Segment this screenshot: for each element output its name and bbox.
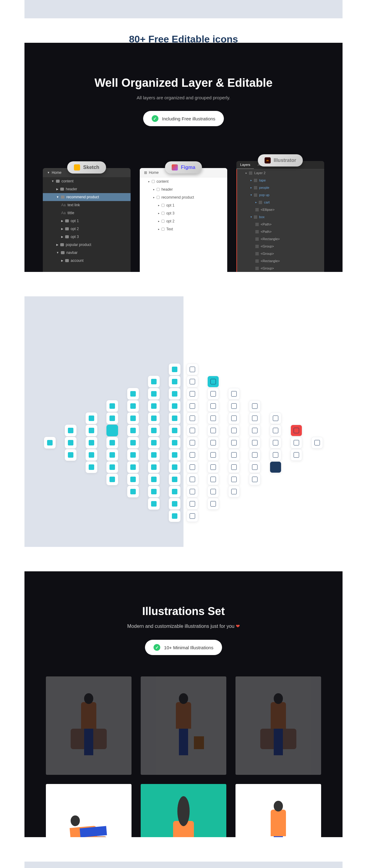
cyan-icon xyxy=(130,476,136,482)
all-screens-section: All Screens We made more than 50 screen … xyxy=(25,862,342,868)
outline-icon xyxy=(190,379,195,384)
tree-item[interactable]: ▸cart xyxy=(236,198,324,206)
outline-icon xyxy=(190,415,195,421)
icon-tile xyxy=(187,449,198,461)
tree-item[interactable]: <Ellipse> xyxy=(236,206,324,213)
icon-tile xyxy=(169,461,180,473)
cyan-icon xyxy=(130,489,136,494)
icon-tile xyxy=(65,425,77,436)
tree-item[interactable]: <Rectangle> xyxy=(236,257,324,265)
illustration-card xyxy=(46,784,132,837)
icon-tile xyxy=(228,388,240,400)
sketch-panel-container: Sketch ▼Home ▼content ▶header ▼recommend… xyxy=(43,168,131,272)
outline-icon xyxy=(210,428,216,433)
tree-item[interactable]: ▶opt 3 xyxy=(43,233,131,241)
icon-tile xyxy=(207,425,219,436)
cyan-icon xyxy=(151,428,157,433)
tree-item[interactable]: ▾pop up xyxy=(236,191,324,198)
cyan-icon xyxy=(172,464,177,470)
tree-item[interactable]: ▸opt 3 xyxy=(140,209,228,217)
tree-item[interactable]: ▸tape xyxy=(236,177,324,184)
icon-tile xyxy=(187,412,198,424)
tree-item[interactable]: ▶header xyxy=(43,185,131,193)
icon-tile xyxy=(86,461,97,473)
icon-tile xyxy=(65,437,77,448)
tree-item[interactable]: ▸opt 2 xyxy=(140,217,228,225)
cyan-icon xyxy=(151,415,157,421)
icons-section: 80+ Free Editable icons xyxy=(25,297,342,547)
icon-tile xyxy=(249,425,260,436)
tree-item[interactable]: <Group> xyxy=(236,243,324,250)
cyan-icon xyxy=(110,476,115,482)
heart-icon: ❤ xyxy=(236,624,240,629)
cyan-icon xyxy=(68,452,74,458)
outline-icon xyxy=(210,489,216,494)
tree-item[interactable]: Aatext link xyxy=(43,201,131,209)
icon-tile xyxy=(187,498,198,509)
outline-icon xyxy=(210,379,216,384)
cyan-icon xyxy=(68,428,74,433)
cyan-icon xyxy=(172,501,177,506)
sketch-label: Sketch xyxy=(83,165,99,170)
tree-item[interactable]: <Path> xyxy=(236,221,324,228)
outline-icon xyxy=(252,403,257,409)
icon-tile xyxy=(228,461,240,473)
tree-item[interactable]: Aatittle xyxy=(43,209,131,217)
tree-item[interactable]: ▶account xyxy=(43,257,131,265)
cyan-icon xyxy=(110,440,115,445)
tree-item[interactable]: <Group> xyxy=(236,265,324,272)
icon-tile xyxy=(187,364,198,375)
outline-icon xyxy=(190,428,195,433)
tree-item[interactable]: ▸Layer 2 xyxy=(236,169,324,177)
tree-item[interactable]: ▶opt 2 xyxy=(43,225,131,233)
tree-item[interactable]: ▸people xyxy=(236,184,324,191)
tree-item[interactable]: ▸Text xyxy=(140,225,228,233)
cyan-icon xyxy=(130,464,136,470)
tree-item[interactable]: ▼content xyxy=(43,177,131,185)
icon-tile xyxy=(207,412,219,424)
icon-tile xyxy=(169,400,180,412)
icon-tile xyxy=(228,486,240,497)
icon-tile xyxy=(270,425,281,436)
tree-item[interactable]: ▸content xyxy=(140,178,228,185)
icon-tile xyxy=(169,388,180,400)
outline-icon xyxy=(210,464,216,470)
tree-item[interactable]: ▸opt 1 xyxy=(140,202,228,209)
outline-icon xyxy=(210,415,216,421)
tab-layers[interactable]: Layers xyxy=(236,161,254,169)
tree-item[interactable]: ▸recommend product xyxy=(140,193,228,202)
icon-tile xyxy=(228,437,240,448)
tree-item[interactable]: <Path> xyxy=(236,228,324,235)
tree-item[interactable]: ▾box xyxy=(236,213,324,221)
icon-tile xyxy=(207,376,219,388)
outline-icon xyxy=(210,501,216,506)
icon-tile xyxy=(187,461,198,473)
icon-tile xyxy=(148,376,160,388)
tree-item[interactable]: ▼navbar xyxy=(43,249,131,257)
tree-item[interactable]: ▶popular product xyxy=(43,241,131,249)
outline-icon xyxy=(231,403,237,409)
outline-icon xyxy=(190,476,195,482)
icon-tile xyxy=(207,473,219,485)
tree-item[interactable]: <Rectangle> xyxy=(236,235,324,243)
tree-item[interactable]: ▶opt 1 xyxy=(43,217,131,225)
icon-tile xyxy=(290,425,302,436)
cyan-icon xyxy=(151,489,157,494)
icon-tile xyxy=(311,437,323,448)
icon-tile xyxy=(169,498,180,509)
illustration-grid xyxy=(25,667,342,837)
tree-item[interactable]: ▸header xyxy=(140,185,228,193)
outline-icon xyxy=(190,391,195,397)
tree-item[interactable]: <Group> xyxy=(236,250,324,257)
icon-tile xyxy=(107,437,118,448)
icon-tile xyxy=(86,425,97,436)
icon-tile xyxy=(107,425,118,436)
icon-tile xyxy=(249,412,260,424)
cyan-icon xyxy=(151,440,157,445)
cyan-icon xyxy=(130,428,136,433)
icon-tile xyxy=(86,449,97,461)
tree-item-active[interactable]: ▼recommend product xyxy=(43,193,131,201)
cyan-icon xyxy=(89,415,94,421)
cyan-icon xyxy=(172,403,177,409)
section-gap xyxy=(0,837,367,862)
